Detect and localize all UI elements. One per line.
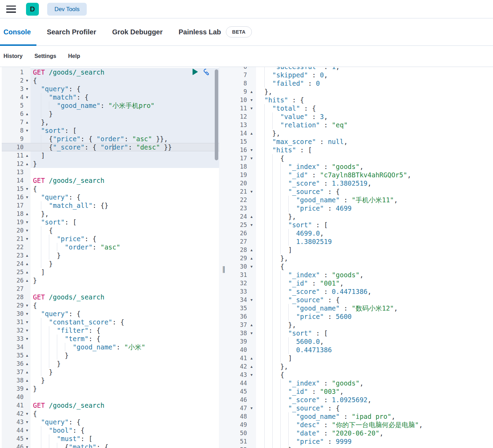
request-code-line[interactable]: 35▴}: [2, 351, 219, 360]
response-code-line[interactable]: 48"good_name" : "ipad pro",: [229, 412, 493, 421]
fold-open-icon[interactable]: ▾: [247, 296, 256, 304]
fold-open-icon[interactable]: ▾: [24, 426, 31, 434]
response-code-line[interactable]: 36"price" : 5600: [229, 312, 493, 321]
response-code-line[interactable]: 21▾"_source" : {: [229, 187, 493, 196]
response-code-line[interactable]: 28▴]: [229, 246, 493, 254]
request-editor[interactable]: 1GET /goods/_search2▾{3▾"query": {4▾"mat…: [2, 67, 219, 448]
fold-open-icon[interactable]: ▾: [24, 185, 31, 193]
request-code-line[interactable]: 22"order": "asc": [2, 243, 219, 251]
response-code-line[interactable]: 44"_index" : "goods",: [229, 379, 493, 387]
request-code-line[interactable]: 43▾"query": {: [2, 418, 219, 426]
fold-close-icon[interactable]: ▴: [24, 160, 31, 168]
request-options-button[interactable]: [202, 68, 211, 76]
fold-close-icon[interactable]: ▴: [24, 151, 31, 160]
request-code-line[interactable]: 14GET /goods/_search: [2, 176, 219, 185]
request-code-line[interactable]: 37▴}: [2, 368, 219, 376]
response-code-line[interactable]: 18"_index" : "goods",: [229, 162, 493, 171]
fold-close-icon[interactable]: ▴: [247, 446, 256, 448]
fold-open-icon[interactable]: ▾: [247, 187, 256, 196]
response-code-line[interactable]: 15"max_score" : null,: [229, 137, 493, 146]
request-code-line[interactable]: 26▴}: [2, 276, 219, 285]
request-code-line[interactable]: 19▾"sort": [: [2, 218, 219, 226]
fold-close-icon[interactable]: ▴: [247, 87, 256, 96]
fold-open-icon[interactable]: ▾: [24, 409, 31, 418]
breadcrumb-dev-tools[interactable]: Dev Tools: [47, 3, 87, 16]
fold-open-icon[interactable]: ▾: [24, 443, 31, 448]
fold-close-icon[interactable]: ▴: [24, 351, 31, 360]
request-code-line[interactable]: 17"match_all": {}: [2, 201, 219, 210]
fold-open-icon[interactable]: ▾: [24, 226, 31, 235]
response-code-line[interactable]: 47▾"_source" : {: [229, 404, 493, 412]
request-code-line[interactable]: 16▾"query": {: [2, 193, 219, 201]
request-code-line[interactable]: 36▴}: [2, 360, 219, 368]
request-code-line[interactable]: 6▴}: [2, 110, 219, 118]
panel-resizer[interactable]: ‖: [220, 264, 228, 274]
request-code-line[interactable]: 2▾{: [2, 76, 219, 85]
request-editor-scrollbar-thumb[interactable]: [215, 69, 218, 160]
fold-close-icon[interactable]: ▴: [24, 360, 31, 368]
response-code-line[interactable]: 22"good_name" : "手机小米11",: [229, 196, 493, 204]
response-code-line[interactable]: 271.3802519: [229, 237, 493, 246]
request-code-line[interactable]: 46▾{"match": {: [2, 443, 219, 448]
fold-open-icon[interactable]: ▾: [247, 404, 256, 412]
request-code-line[interactable]: 27: [2, 285, 219, 293]
fold-close-icon[interactable]: ▴: [247, 321, 256, 329]
request-code-line[interactable]: 40: [2, 393, 219, 401]
response-code-line[interactable]: 43▾{: [229, 371, 493, 379]
response-code-line[interactable]: 16▾"hits" : [: [229, 146, 493, 154]
response-code-line[interactable]: 23"price" : 4699: [229, 204, 493, 212]
request-code-line[interactable]: 44▾"bool": {: [2, 426, 219, 434]
fold-open-icon[interactable]: ▾: [247, 104, 256, 112]
response-code-line[interactable]: 34▾"_source" : {: [229, 296, 493, 304]
response-code-line[interactable]: 6"successful" : 1,: [229, 67, 493, 71]
request-code-line[interactable]: 1GET /goods/_search: [2, 68, 219, 76]
request-code-line[interactable]: 34"good_name": "小米": [2, 343, 219, 351]
response-code-line[interactable]: 42▴},: [229, 362, 493, 371]
request-code-line[interactable]: 31▾"constant_score": {: [2, 318, 219, 326]
response-code-line[interactable]: 400.4471386: [229, 346, 493, 354]
request-code-line[interactable]: 10{"_score": { "order": "desc" }}: [2, 143, 219, 151]
response-code-line[interactable]: 41▴]: [229, 354, 493, 362]
tab-console[interactable]: Console: [0, 18, 36, 45]
response-code-line[interactable]: 46"_score" : 1.0925692,: [229, 396, 493, 404]
fold-open-icon[interactable]: ▾: [247, 221, 256, 229]
tab-grok-debugger[interactable]: Grok Debugger: [107, 18, 168, 45]
menu-item-history[interactable]: History: [3, 53, 23, 59]
menu-item-settings[interactable]: Settings: [34, 53, 56, 59]
request-code-line[interactable]: 4▾"match": {: [2, 93, 219, 101]
response-code-line[interactable]: 38▾"sort" : [: [229, 329, 493, 337]
response-code-line[interactable]: 50"date" : "2020-06-20",: [229, 429, 493, 437]
response-code-line[interactable]: 29▴},: [229, 254, 493, 262]
fold-close-icon[interactable]: ▴: [24, 118, 31, 126]
fold-open-icon[interactable]: ▾: [24, 335, 31, 343]
request-code-line[interactable]: 42▾{: [2, 409, 219, 418]
fold-open-icon[interactable]: ▾: [24, 235, 31, 243]
app-logo[interactable]: D: [26, 3, 39, 16]
tab-search-profiler[interactable]: Search Profiler: [41, 18, 102, 45]
response-code-line[interactable]: 7"skipped" : 0,: [229, 71, 493, 79]
request-code-line[interactable]: 29▾{: [2, 301, 219, 310]
fold-open-icon[interactable]: ▾: [247, 146, 256, 154]
fold-open-icon[interactable]: ▾: [247, 329, 256, 337]
fold-close-icon[interactable]: ▴: [247, 246, 256, 254]
request-code-line[interactable]: 21▾"price": {: [2, 235, 219, 243]
response-code-line[interactable]: 13"relation" : "eq": [229, 121, 493, 129]
response-code-line[interactable]: 49"desc" : "你的下一台电脑何必是电脑",: [229, 421, 493, 429]
fold-close-icon[interactable]: ▴: [24, 210, 31, 218]
fold-open-icon[interactable]: ▾: [24, 126, 31, 135]
response-code-line[interactable]: 51"price" : 9999: [229, 437, 493, 446]
fold-open-icon[interactable]: ▾: [24, 76, 31, 85]
fold-open-icon[interactable]: ▾: [24, 326, 31, 335]
send-request-button[interactable]: [192, 68, 198, 75]
response-code-line[interactable]: 17▾{: [229, 154, 493, 162]
fold-close-icon[interactable]: ▴: [24, 251, 31, 260]
response-code-line[interactable]: 11▾"total" : {: [229, 104, 493, 112]
fold-close-icon[interactable]: ▴: [24, 384, 31, 393]
request-code-line[interactable]: 28GET /goods/_search: [2, 293, 219, 301]
request-code-line[interactable]: 5"good_name": "小米手机pro": [2, 101, 219, 110]
fold-close-icon[interactable]: ▴: [24, 110, 31, 118]
request-code-line[interactable]: 25▴]: [2, 268, 219, 276]
request-code-line[interactable]: 13: [2, 168, 219, 176]
fold-open-icon[interactable]: ▾: [24, 85, 31, 93]
response-code-line[interactable]: 30▾{: [229, 262, 493, 271]
